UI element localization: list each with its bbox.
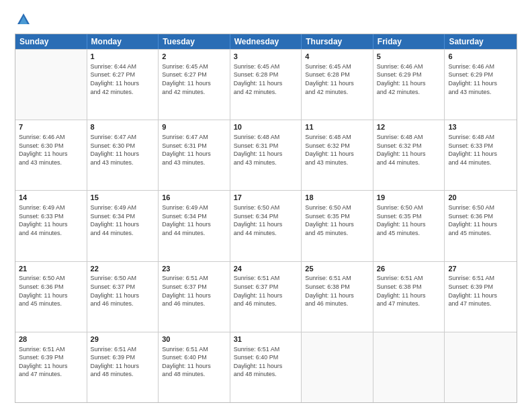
day-number: 15: [91, 193, 155, 203]
day-number: 22: [91, 264, 155, 274]
calendar: SundayMondayTuesdayWednesdayThursdayFrid…: [15, 34, 517, 403]
cal-header-cell-thursday: Thursday: [302, 34, 373, 49]
cell-info: Sunrise: 6:51 AMSunset: 6:39 PMDaylight:…: [448, 274, 513, 308]
cal-cell-1-2: 9Sunrise: 6:47 AMSunset: 6:31 PMDaylight…: [159, 120, 230, 190]
cal-cell-1-4: 11Sunrise: 6:48 AMSunset: 6:32 PMDayligh…: [302, 120, 373, 190]
logo: [15, 12, 31, 27]
cal-row-1: 7Sunrise: 6:46 AMSunset: 6:30 PMDaylight…: [15, 120, 517, 190]
cal-cell-0-3: 3Sunrise: 6:45 AMSunset: 6:28 PMDaylight…: [230, 50, 302, 120]
cell-info: Sunrise: 6:48 AMSunset: 6:32 PMDaylight:…: [377, 133, 441, 167]
day-number: 12: [377, 122, 441, 132]
logo-icon: [16, 12, 31, 27]
cell-info: Sunrise: 6:51 AMSunset: 6:37 PMDaylight:…: [162, 274, 226, 308]
day-number: 27: [448, 264, 513, 274]
day-number: 1: [91, 52, 155, 62]
cal-cell-4-1: 29Sunrise: 6:51 AMSunset: 6:39 PMDayligh…: [87, 332, 159, 402]
cell-info: Sunrise: 6:46 AMSunset: 6:29 PMDaylight:…: [377, 62, 441, 96]
cal-cell-3-4: 25Sunrise: 6:51 AMSunset: 6:38 PMDayligh…: [302, 262, 373, 332]
cal-row-4: 28Sunrise: 6:51 AMSunset: 6:39 PMDayligh…: [15, 332, 517, 402]
day-number: 8: [91, 122, 155, 132]
cal-cell-1-6: 13Sunrise: 6:48 AMSunset: 6:33 PMDayligh…: [445, 120, 517, 190]
cell-info: Sunrise: 6:51 AMSunset: 6:37 PMDaylight:…: [234, 274, 298, 308]
day-number: 26: [377, 264, 441, 274]
day-number: 11: [305, 122, 369, 132]
day-number: 17: [234, 193, 298, 203]
page: SundayMondayTuesdayWednesdayThursdayFrid…: [0, 0, 532, 411]
cal-cell-0-6: 6Sunrise: 6:46 AMSunset: 6:29 PMDaylight…: [445, 50, 517, 120]
day-number: 24: [234, 264, 298, 274]
cell-info: Sunrise: 6:51 AMSunset: 6:38 PMDaylight:…: [305, 274, 369, 308]
day-number: 5: [377, 52, 441, 62]
day-number: 16: [162, 193, 226, 203]
cal-cell-0-5: 5Sunrise: 6:46 AMSunset: 6:29 PMDaylight…: [373, 50, 445, 120]
cell-info: Sunrise: 6:49 AMSunset: 6:33 PMDaylight:…: [19, 203, 83, 237]
day-number: 3: [234, 52, 298, 62]
cell-info: Sunrise: 6:45 AMSunset: 6:28 PMDaylight:…: [305, 62, 369, 96]
cal-cell-0-0: [15, 50, 87, 120]
cal-cell-2-6: 20Sunrise: 6:50 AMSunset: 6:36 PMDayligh…: [445, 191, 517, 261]
day-number: 29: [91, 334, 155, 345]
cal-cell-4-5: [373, 332, 445, 402]
cal-cell-0-1: 1Sunrise: 6:44 AMSunset: 6:27 PMDaylight…: [87, 50, 159, 120]
cal-header-cell-tuesday: Tuesday: [159, 34, 230, 49]
day-number: 25: [305, 264, 369, 274]
day-number: 19: [377, 193, 441, 203]
cell-info: Sunrise: 6:44 AMSunset: 6:27 PMDaylight:…: [91, 62, 155, 96]
cal-cell-3-6: 27Sunrise: 6:51 AMSunset: 6:39 PMDayligh…: [445, 262, 517, 332]
cell-info: Sunrise: 6:50 AMSunset: 6:35 PMDaylight:…: [377, 203, 441, 237]
cal-cell-3-3: 24Sunrise: 6:51 AMSunset: 6:37 PMDayligh…: [230, 262, 302, 332]
logo-area: [15, 12, 31, 27]
cal-row-0: 1Sunrise: 6:44 AMSunset: 6:27 PMDaylight…: [15, 49, 517, 120]
cell-info: Sunrise: 6:47 AMSunset: 6:30 PMDaylight:…: [91, 133, 155, 167]
cell-info: Sunrise: 6:49 AMSunset: 6:34 PMDaylight:…: [91, 203, 155, 237]
cell-info: Sunrise: 6:50 AMSunset: 6:36 PMDaylight:…: [19, 274, 83, 308]
cell-info: Sunrise: 6:45 AMSunset: 6:27 PMDaylight:…: [162, 62, 226, 96]
day-number: 30: [162, 334, 226, 345]
cal-cell-4-4: [302, 332, 373, 402]
cal-cell-2-2: 16Sunrise: 6:49 AMSunset: 6:34 PMDayligh…: [159, 191, 230, 261]
cal-cell-4-2: 30Sunrise: 6:51 AMSunset: 6:40 PMDayligh…: [159, 332, 230, 402]
cal-header-cell-monday: Monday: [87, 34, 159, 49]
day-number: 10: [234, 122, 298, 132]
cell-info: Sunrise: 6:51 AMSunset: 6:40 PMDaylight:…: [162, 345, 226, 379]
cal-cell-2-4: 18Sunrise: 6:50 AMSunset: 6:35 PMDayligh…: [302, 191, 373, 261]
day-number: 31: [234, 334, 298, 345]
cal-header-cell-friday: Friday: [373, 34, 445, 49]
calendar-header: SundayMondayTuesdayWednesdayThursdayFrid…: [15, 34, 517, 49]
cal-cell-4-0: 28Sunrise: 6:51 AMSunset: 6:39 PMDayligh…: [15, 332, 87, 402]
day-number: 23: [162, 264, 226, 274]
cal-header-cell-wednesday: Wednesday: [230, 34, 302, 49]
cal-row-2: 14Sunrise: 6:49 AMSunset: 6:33 PMDayligh…: [15, 190, 517, 261]
day-number: 2: [162, 52, 226, 62]
cell-info: Sunrise: 6:48 AMSunset: 6:31 PMDaylight:…: [234, 133, 298, 167]
cal-cell-4-6: [445, 332, 517, 402]
cal-cell-0-2: 2Sunrise: 6:45 AMSunset: 6:27 PMDaylight…: [159, 50, 230, 120]
cell-info: Sunrise: 6:51 AMSunset: 6:39 PMDaylight:…: [19, 345, 83, 379]
cal-cell-1-0: 7Sunrise: 6:46 AMSunset: 6:30 PMDaylight…: [15, 120, 87, 190]
day-number: 28: [19, 334, 83, 345]
cell-info: Sunrise: 6:46 AMSunset: 6:30 PMDaylight:…: [19, 133, 83, 167]
cal-cell-2-5: 19Sunrise: 6:50 AMSunset: 6:35 PMDayligh…: [373, 191, 445, 261]
cal-cell-1-1: 8Sunrise: 6:47 AMSunset: 6:30 PMDaylight…: [87, 120, 159, 190]
cal-cell-3-1: 22Sunrise: 6:50 AMSunset: 6:37 PMDayligh…: [87, 262, 159, 332]
cell-info: Sunrise: 6:51 AMSunset: 6:38 PMDaylight:…: [377, 274, 441, 308]
cell-info: Sunrise: 6:48 AMSunset: 6:33 PMDaylight:…: [448, 133, 513, 167]
cell-info: Sunrise: 6:46 AMSunset: 6:29 PMDaylight:…: [448, 62, 513, 96]
cell-info: Sunrise: 6:48 AMSunset: 6:32 PMDaylight:…: [305, 133, 369, 167]
cal-header-cell-saturday: Saturday: [445, 34, 517, 49]
day-number: 13: [448, 122, 513, 132]
cal-cell-2-0: 14Sunrise: 6:49 AMSunset: 6:33 PMDayligh…: [15, 191, 87, 261]
day-number: 9: [162, 122, 226, 132]
cal-cell-1-5: 12Sunrise: 6:48 AMSunset: 6:32 PMDayligh…: [373, 120, 445, 190]
cal-cell-3-5: 26Sunrise: 6:51 AMSunset: 6:38 PMDayligh…: [373, 262, 445, 332]
cell-info: Sunrise: 6:50 AMSunset: 6:36 PMDaylight:…: [448, 203, 513, 237]
cell-info: Sunrise: 6:50 AMSunset: 6:35 PMDaylight:…: [305, 203, 369, 237]
cal-cell-4-3: 31Sunrise: 6:51 AMSunset: 6:40 PMDayligh…: [230, 332, 302, 402]
day-number: 21: [19, 264, 83, 274]
cell-info: Sunrise: 6:50 AMSunset: 6:34 PMDaylight:…: [234, 203, 298, 237]
cal-cell-1-3: 10Sunrise: 6:48 AMSunset: 6:31 PMDayligh…: [230, 120, 302, 190]
cell-info: Sunrise: 6:45 AMSunset: 6:28 PMDaylight:…: [234, 62, 298, 96]
day-number: 20: [448, 193, 513, 203]
cal-cell-0-4: 4Sunrise: 6:45 AMSunset: 6:28 PMDaylight…: [302, 50, 373, 120]
cell-info: Sunrise: 6:51 AMSunset: 6:39 PMDaylight:…: [91, 345, 155, 379]
